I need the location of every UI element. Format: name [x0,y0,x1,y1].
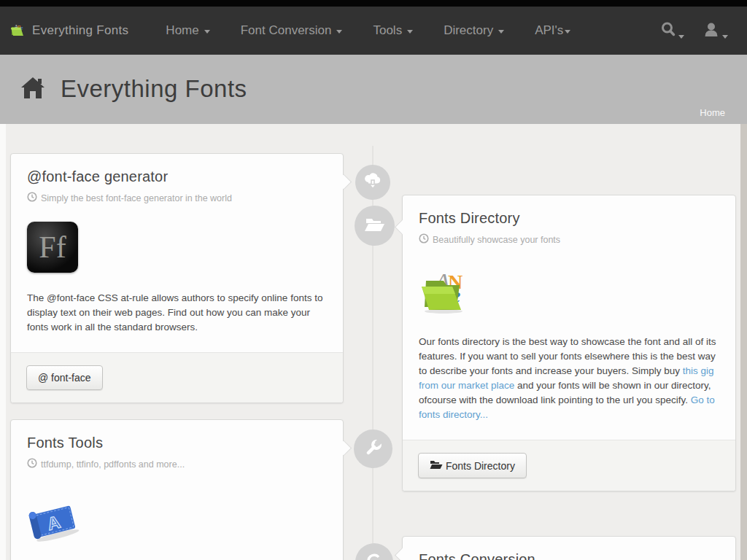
navbar-right [660,21,737,41]
nav-item-apis[interactable]: API's [519,23,586,38]
user-menu[interactable] [703,21,728,41]
folder-icon [430,459,443,472]
card-subtitle: Simply the best font-face generator in t… [41,193,232,203]
nav-item-directory-label: Directory [444,23,493,38]
clock-icon [27,192,37,204]
sync-icon [365,552,383,560]
cloud-download-icon [363,172,382,192]
left-edge-strip [0,124,6,560]
description-text: Our fonts directory is the best way to s… [419,336,716,376]
card-footer: Fonts Directory [403,440,735,491]
clock-icon [419,233,429,246]
nav-item-tools[interactable]: Tools [357,23,428,38]
fonts-directory-button-label: Fonts Directory [446,460,515,472]
timeline-node-directory [355,206,395,246]
navbar: A n e Everything Fonts Home Font Convers… [0,7,747,55]
breadcrumb[interactable]: Home [700,107,725,118]
scrollbar[interactable] [740,124,747,560]
chevron-down-icon [565,30,570,34]
brand[interactable]: A n e Everything Fonts [10,23,128,39]
timeline-node-tools [354,429,392,468]
card-footer: @ font-face [11,352,343,402]
card-fonts-conversion: Fonts Conversion [402,536,736,560]
fontface-thumbnail[interactable]: Ff [27,222,78,273]
fonts-directory-icon[interactable]: A N e [419,265,719,319]
card-title: @font-face generator [27,168,327,185]
timeline-node-upload [355,165,390,200]
card-description: Our fonts directory is the best way to s… [419,335,722,422]
fonts-directory-button[interactable]: Fonts Directory [418,453,527,478]
nav-item-tools-label: Tools [373,23,402,38]
card-description: The @font-face CSS at-rule allows author… [27,291,330,335]
chevron-down-icon [407,30,413,34]
card-subtitle: Beautifully showcase your fonts [433,235,560,245]
nav-item-font-conversion-label: Font Conversion [241,23,332,38]
card-fonts-tools: Fonts Tools ttfdump, ttfinfo, pdffonts a… [10,419,344,560]
search-menu[interactable] [660,21,684,41]
chevron-down-icon [678,35,684,39]
search-icon [660,21,677,41]
nav-item-directory[interactable]: Directory [428,23,519,38]
chevron-down-icon [336,30,342,34]
card-title: Fonts Tools [27,435,327,451]
page-header: Everything Fonts Home [0,55,747,124]
page-title: Everything Fonts [61,75,247,103]
nav-item-home-label: Home [166,23,198,38]
brand-label: Everything Fonts [32,23,128,38]
clock-icon [27,458,37,470]
card-fontface-generator: @font-face generator Simply the best fon… [10,153,344,403]
timeline-node-conversion [355,543,393,560]
user-icon [703,21,721,41]
card-subtitle: ttfdump, ttfinfo, pdffonts and more... [41,459,185,470]
brand-folder-icon: A n e [10,23,26,39]
card-title: Fonts Conversion [419,551,719,560]
nav-item-apis-label: API's [535,23,563,38]
card-title: Fonts Directory [419,210,719,227]
chevron-down-icon [498,30,504,34]
card-fonts-directory: Fonts Directory Beautifully showcase you… [402,195,736,491]
top-black-strip [0,0,747,7]
chevron-down-icon [722,35,728,39]
fontface-thumbnail-text: Ff [39,230,66,265]
home-icon[interactable] [20,76,46,103]
nav-item-font-conversion[interactable]: Font Conversion [225,23,358,38]
nav-item-home[interactable]: Home [150,23,225,38]
fontface-button-label: @ font-face [38,372,91,384]
main-content: @font-face generator Simply the best fon… [0,124,747,560]
open-folder-icon [364,216,386,236]
fontface-button[interactable]: @ font-face [26,365,103,390]
wrench-icon [364,438,383,460]
chevron-down-icon [204,30,210,34]
blueprint-icon[interactable]: A [27,498,327,546]
